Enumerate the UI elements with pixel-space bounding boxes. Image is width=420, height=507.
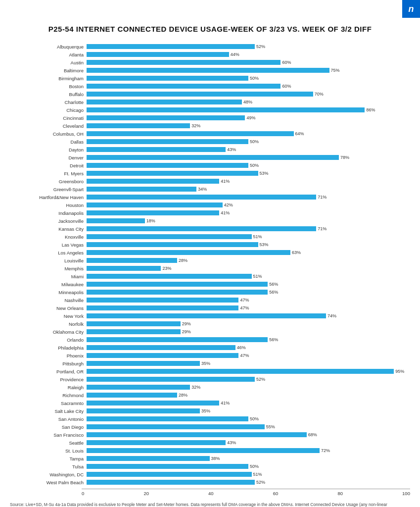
bar-value-label: 56% (269, 290, 278, 295)
bar (87, 115, 245, 120)
bar (87, 52, 229, 57)
bar (87, 432, 307, 437)
bar-value-label: 47% (240, 353, 249, 358)
bar-area: 63% (87, 250, 410, 255)
bar-area: 52% (87, 377, 410, 382)
bar (87, 385, 190, 390)
city-label: Seattle (15, 440, 87, 446)
city-label: Providence (15, 377, 87, 382)
bar-value-label: 74% (327, 313, 336, 318)
bar-row: Boston60% (15, 83, 410, 90)
bar-value-label: 50% (250, 464, 259, 469)
bar-row: Birmingham50% (15, 75, 410, 82)
bar-row: Providence52% (15, 376, 410, 383)
bar-value-label: 43% (227, 147, 236, 152)
bar (87, 298, 238, 303)
city-label: Philadelphia (15, 345, 87, 351)
bar-area: 68% (87, 432, 410, 437)
bar-area: 64% (87, 131, 410, 136)
bar-area: 48% (87, 100, 410, 104)
bar (87, 234, 252, 239)
bar-row: Knoxville51% (15, 233, 410, 240)
bar-value-label: 68% (308, 432, 317, 437)
bar-area: 51% (87, 234, 410, 239)
city-label: San Diego (15, 424, 87, 430)
bar-area: 60% (87, 60, 410, 65)
bar-chart: Albuquerque52%Atlanta44%Austin60%Baltimo… (15, 43, 410, 487)
nielsen-badge: n (402, 0, 420, 18)
bar-area: 52% (87, 44, 410, 49)
bar-row: Albuquerque52% (15, 43, 410, 50)
bar (87, 408, 200, 413)
bar-row: West Palm Beach52% (15, 479, 410, 486)
city-label: Norfolk (15, 321, 87, 327)
bar-row: San Diego55% (15, 423, 410, 430)
city-label: Indianapolis (15, 210, 87, 216)
bar-value-label: 28% (179, 258, 187, 263)
bar-row: Minneapolis56% (15, 289, 410, 296)
city-label: Atlanta (15, 52, 87, 57)
bar-row: Columbus, OH64% (15, 130, 410, 137)
city-label: San Francisco (15, 432, 87, 438)
bar (87, 321, 181, 326)
bar-row: St. Louis72% (15, 447, 410, 454)
bar-row: Greensboro41% (15, 178, 410, 185)
bar (87, 226, 316, 231)
bar-row: Milwaukee56% (15, 281, 410, 288)
city-label: St. Louis (15, 448, 87, 454)
city-label: Charlotte (15, 100, 87, 105)
bar-row: Atlanta44% (15, 51, 410, 58)
bar-value-label: 52% (256, 480, 265, 485)
city-label: Miami (15, 274, 87, 279)
city-label: New York (15, 313, 87, 319)
bar-area: 23% (87, 266, 410, 271)
bar-value-label: 86% (366, 107, 375, 112)
bar-area: 60% (87, 84, 410, 89)
city-label: Milwaukee (15, 282, 87, 287)
city-label: Columbus, OH (15, 131, 87, 137)
bar-area: 46% (87, 345, 410, 350)
bar (87, 329, 181, 334)
city-label: Minneapolis (15, 290, 87, 295)
bar (87, 60, 280, 65)
bar-row: Detroit50% (15, 162, 410, 169)
city-label: Denver (15, 155, 87, 160)
bar-area: 41% (87, 401, 410, 406)
bar-value-label: 64% (295, 131, 304, 136)
bar-area: 56% (87, 337, 410, 342)
city-label: Albuquerque (15, 44, 87, 50)
bar (87, 337, 268, 342)
source-text: Source: Live+SD, M-Su 4a-1a Data provide… (10, 502, 396, 507)
bar-value-label: 63% (292, 250, 301, 255)
bar-value-label: 52% (256, 44, 265, 49)
bar (87, 305, 238, 310)
city-label: Jacksonville (15, 218, 87, 224)
bar-area: 55% (87, 424, 410, 429)
bar-area: 35% (87, 408, 410, 413)
bar (87, 155, 339, 160)
bar-area: 78% (87, 155, 410, 160)
bar-area: 75% (87, 68, 410, 73)
bar-area: 47% (87, 353, 410, 358)
bar-area: 29% (87, 321, 410, 326)
city-label: Birmingham (15, 76, 87, 81)
bar-area: 42% (87, 203, 410, 207)
bar (87, 242, 258, 247)
bar-area: 50% (87, 464, 410, 469)
bar (87, 210, 219, 215)
city-label: Raleigh (15, 385, 87, 390)
bar-value-label: 41% (221, 210, 230, 215)
bar-row: Jacksonville18% (15, 217, 410, 224)
bar-row: Louisville28% (15, 257, 410, 264)
bar-area: 38% (87, 456, 410, 461)
bar-value-label: 41% (221, 179, 230, 184)
bar-value-label: 42% (224, 203, 233, 207)
bar-row: Austin60% (15, 59, 410, 66)
bar-row: New York74% (15, 312, 410, 319)
bar-row: Portland, OR95% (15, 368, 410, 375)
x-axis: 0 20 40 60 80 100 (82, 489, 410, 496)
bar-value-label: 51% (253, 274, 262, 279)
bar-value-label: 56% (269, 337, 278, 342)
city-label: Orlando (15, 337, 87, 343)
bar-value-label: 50% (250, 139, 259, 144)
